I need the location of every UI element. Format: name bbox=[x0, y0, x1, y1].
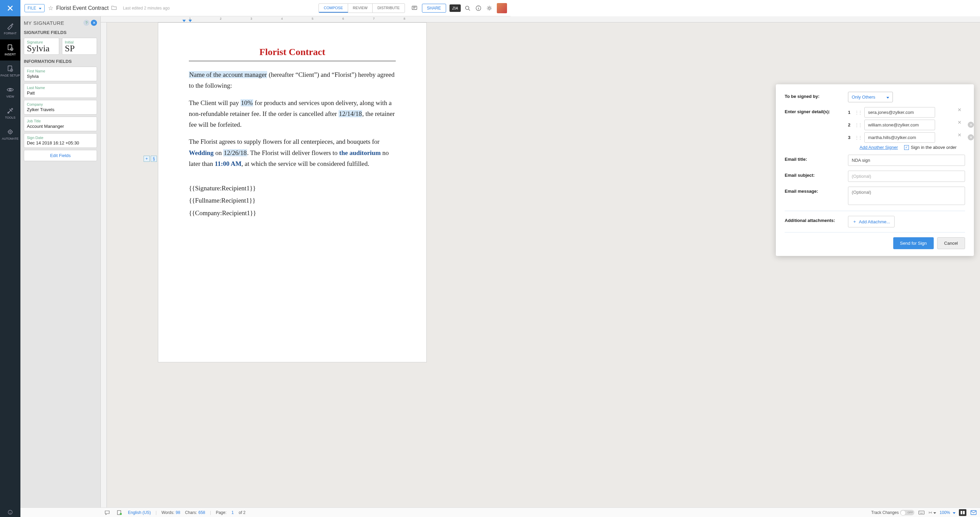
last-edited-text: Last edited 2 minutes ago bbox=[123, 6, 169, 11]
info-field-company[interactable]: Company Zylker Travels bbox=[24, 100, 97, 114]
document-canvas[interactable]: + § Florist Contract Name of the account… bbox=[107, 22, 511, 268]
initial-field-card[interactable]: Initial SP bbox=[62, 38, 97, 55]
svg-rect-0 bbox=[412, 6, 417, 10]
section-signature-fields: SIGNATURE FIELDS bbox=[24, 30, 97, 35]
chevron-down-icon bbox=[37, 6, 41, 11]
left-rail: FORMAT INSERT PAGE SETUP VIEW TOOLS AUTO… bbox=[0, 16, 21, 268]
zia-assistant-button[interactable]: ZIA bbox=[450, 5, 461, 12]
merge-tag-company: {{Company:Recipient1}} bbox=[189, 207, 396, 219]
ruler-indent-marker-left[interactable] bbox=[182, 20, 186, 22]
rail-automate-label: AUTOMATE bbox=[2, 137, 18, 140]
rail-format[interactable]: FORMAT bbox=[0, 18, 21, 40]
panel-title: MY SIGNATURE bbox=[24, 20, 64, 26]
comments-icon[interactable] bbox=[410, 3, 419, 13]
panel-help-icon[interactable]: ? bbox=[83, 20, 89, 26]
rail-tools[interactable]: TOOLS bbox=[0, 103, 21, 124]
rail-insert[interactable]: INSERT bbox=[0, 40, 21, 60]
search-icon[interactable] bbox=[463, 3, 472, 13]
file-menu-button[interactable]: FILE bbox=[24, 4, 45, 12]
rail-insert-label: INSERT bbox=[5, 53, 16, 56]
star-favorite-icon[interactable]: ☆ bbox=[48, 5, 53, 12]
rail-automate[interactable]: AUTOMATE bbox=[0, 124, 21, 145]
folder-icon[interactable] bbox=[111, 5, 117, 11]
top-header: FILE ☆ Florist Event Contract Last edite… bbox=[0, 0, 511, 16]
my-signature-panel: MY SIGNATURE ? ✕ SIGNATURE FIELDS Signat… bbox=[21, 16, 101, 268]
svg-point-1 bbox=[466, 6, 469, 10]
tab-review[interactable]: REVIEW bbox=[348, 4, 372, 13]
tab-compose[interactable]: COMPOSE bbox=[319, 4, 348, 13]
signature-card-script: Sylvia bbox=[27, 44, 56, 53]
doc-paragraph-3: The Florist agrees to supply flowers for… bbox=[189, 136, 396, 169]
doc-paragraph-1: Name of the account manager (hereafter “… bbox=[189, 69, 396, 92]
document-page[interactable]: Florist Contract Name of the account man… bbox=[158, 22, 427, 268]
svg-point-11 bbox=[8, 130, 12, 134]
doc-paragraph-2: The Client will pay 10% for products and… bbox=[189, 98, 396, 130]
vertical-ruler[interactable] bbox=[101, 22, 107, 268]
info-icon[interactable] bbox=[474, 3, 483, 13]
rail-page-setup-label: PAGE SETUP bbox=[1, 74, 20, 77]
svg-rect-6 bbox=[8, 66, 12, 71]
doc-heading: Florist Contract bbox=[189, 46, 396, 57]
rail-format-label: FORMAT bbox=[4, 32, 16, 35]
panel-close-icon[interactable]: ✕ bbox=[91, 20, 97, 26]
section-information-fields: INFORMATION FIELDS bbox=[24, 59, 97, 64]
mode-tabs: COMPOSE REVIEW DISTRIBUTE bbox=[318, 3, 404, 13]
signature-field-card[interactable]: Signature Sylvia bbox=[24, 38, 59, 55]
share-button[interactable]: SHARE bbox=[422, 4, 446, 13]
info-field-job-title[interactable]: Job Title Account Mananger bbox=[24, 117, 97, 131]
close-app-button[interactable] bbox=[0, 0, 21, 16]
user-avatar[interactable] bbox=[497, 3, 507, 13]
rail-page-setup[interactable]: PAGE SETUP bbox=[0, 60, 21, 82]
doc-divider bbox=[189, 61, 396, 61]
svg-point-7 bbox=[10, 69, 13, 71]
rail-view[interactable]: VIEW bbox=[0, 82, 21, 103]
initial-card-script: SP bbox=[65, 44, 94, 53]
edit-fields-button[interactable]: Edit Fields bbox=[24, 150, 97, 161]
svg-point-12 bbox=[10, 131, 11, 133]
info-field-last-name[interactable]: Last Name Patt bbox=[24, 83, 97, 98]
page-add-button[interactable]: + bbox=[143, 156, 150, 162]
rail-tools-label: TOOLS bbox=[5, 116, 15, 119]
page-section-button[interactable]: § bbox=[151, 156, 157, 162]
tab-distribute[interactable]: DISTRIBUTE bbox=[372, 4, 404, 13]
horizontal-ruler[interactable]: 1 2 3 4 5 6 7 8 bbox=[101, 16, 511, 22]
merge-tag-signature: {{Signature:Recipient1}} bbox=[189, 182, 396, 194]
document-title[interactable]: Florist Event Contract bbox=[56, 5, 108, 11]
info-field-first-name[interactable]: First Name Sylvia bbox=[24, 67, 97, 81]
svg-point-10 bbox=[11, 108, 13, 110]
merge-tag-fullname: {{Fullname:Recipient1}} bbox=[189, 194, 396, 207]
svg-point-3 bbox=[488, 7, 490, 9]
settings-gear-icon[interactable] bbox=[485, 3, 494, 13]
rail-view-label: VIEW bbox=[6, 95, 14, 98]
info-field-sign-date[interactable]: Sign Date Dec 14 2018 16:12 +05:30 bbox=[24, 133, 97, 148]
svg-point-8 bbox=[9, 89, 11, 91]
